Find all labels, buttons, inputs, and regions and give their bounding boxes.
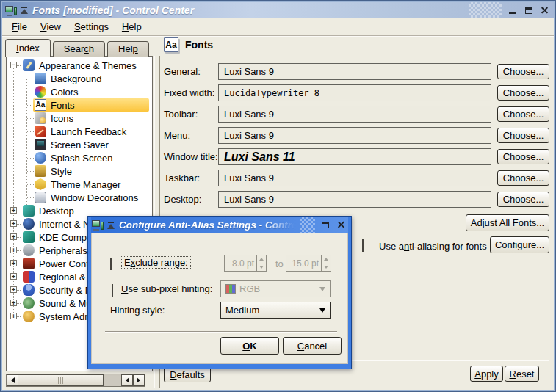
menu-help[interactable]: Help	[115, 19, 148, 35]
scroll-right-button[interactable]	[133, 374, 145, 386]
maximize-button[interactable]	[522, 4, 535, 16]
font-preview-field: Luxi Sans 9	[218, 106, 491, 123]
apply-button[interactable]: Apply	[470, 366, 503, 382]
adjust-all-fonts-button[interactable]: Adjust All Fonts...	[466, 214, 549, 231]
choose-button[interactable]: Choose...	[497, 170, 549, 186]
exclude-range-checkbox[interactable]	[110, 258, 112, 270]
antialias-checkbox[interactable]	[362, 239, 364, 252]
thumb-grip-icon	[58, 377, 64, 384]
font-row-label: General:	[164, 66, 218, 77]
reset-button[interactable]: Reset	[505, 366, 539, 382]
expander-plus-icon[interactable]	[10, 273, 17, 280]
chevron-down-icon	[319, 308, 325, 316]
choose-button[interactable]: Choose...	[497, 128, 549, 143]
app-icon	[5, 5, 17, 16]
expander-plus-icon[interactable]	[10, 207, 17, 214]
font-preview-field: Luxi Sans 11	[218, 148, 491, 165]
font-preview-field: Luxi Sans 9	[218, 127, 491, 144]
module-header: Aa Fonts	[164, 37, 213, 52]
close-button[interactable]	[538, 4, 551, 16]
sidebar-tabs: Index Search Help	[5, 39, 149, 57]
range-to-spinbox[interactable]: 15.0 pt	[286, 255, 331, 272]
titlebar-dither	[469, 2, 502, 18]
scroll-left-button[interactable]	[7, 374, 18, 386]
spinner-arrows-icon[interactable]	[256, 255, 266, 271]
tree-item-colors[interactable]: Colors	[7, 85, 152, 98]
range-from-spinbox[interactable]: 8.0 pt	[224, 255, 267, 272]
font-row-window-title: Window title: Luxi Sans 11 Choose...	[164, 148, 549, 165]
font-row-toolbar: Toolbar: Luxi Sans 9 Choose...	[164, 106, 549, 123]
titlebar[interactable]: Fonts [modified] - Control Center	[2, 2, 554, 18]
hinting-style-label: Hinting style:	[110, 305, 165, 316]
style-icon	[35, 165, 46, 177]
dialog-title: Configure Anti-Alias Settings - Contro	[119, 219, 296, 231]
icons-icon	[35, 112, 46, 124]
tree-item-fonts[interactable]: AaFonts	[7, 98, 152, 112]
close-button[interactable]	[335, 219, 347, 231]
scrollbar-thumb[interactable]	[18, 374, 104, 386]
expander-plus-icon[interactable]	[10, 286, 17, 293]
menu-file[interactable]: File	[5, 19, 34, 35]
internet-icon	[23, 218, 35, 230]
menu-settings[interactable]: Settings	[68, 19, 115, 35]
tree-item-icons[interactable]: Icons	[7, 112, 152, 125]
window-decorations-icon	[35, 192, 46, 203]
font-row-general: General: Luxi Sans 9 Choose...	[164, 63, 549, 80]
power-control-icon	[23, 258, 35, 269]
exclude-range-label[interactable]: Exclude range:	[121, 256, 191, 269]
hinting-style-dropdown[interactable]: Medium	[220, 302, 331, 319]
expander-minus-icon[interactable]	[10, 62, 17, 68]
tree-item-theme-manager[interactable]: Theme Manager	[7, 178, 152, 191]
regional-icon	[23, 271, 35, 283]
tree-item-screen-saver[interactable]: Screen Saver	[7, 138, 152, 151]
expander-plus-icon[interactable]	[10, 260, 17, 266]
ok-button[interactable]: OK	[220, 337, 279, 355]
expander-plus-icon[interactable]	[10, 247, 17, 253]
choose-button[interactable]: Choose...	[497, 64, 549, 79]
choose-button[interactable]: Choose...	[497, 149, 549, 164]
colors-icon	[35, 86, 46, 98]
tab-search[interactable]: Search	[53, 41, 105, 57]
shade-icon[interactable]	[107, 222, 115, 229]
fonts-icon: Aa	[35, 99, 46, 111]
tree-item-style[interactable]: Style	[7, 164, 152, 178]
expander-plus-icon[interactable]	[10, 300, 17, 306]
page-title: Fonts	[185, 39, 213, 51]
spinner-arrows-icon[interactable]	[321, 255, 331, 271]
minimize-button[interactable]	[506, 4, 519, 16]
maximize-button[interactable]	[319, 219, 331, 231]
shade-icon[interactable]	[21, 7, 29, 14]
choose-button[interactable]: Choose...	[497, 106, 549, 122]
choose-button[interactable]: Choose...	[497, 85, 549, 101]
scroll-left-button-secondary[interactable]	[121, 374, 133, 386]
tree-item-splash-screen[interactable]: Splash Screen	[7, 151, 152, 164]
choose-button[interactable]: Choose...	[497, 192, 549, 207]
tree-item-appearance-themes[interactable]: Appearance & Themes	[7, 59, 152, 72]
tree-item-background[interactable]: Background	[7, 72, 152, 85]
tab-help[interactable]: Help	[107, 41, 149, 57]
desktop-icon	[23, 205, 35, 217]
subpixel-checkbox[interactable]	[112, 284, 113, 297]
menu-view[interactable]: View	[34, 19, 68, 35]
cancel-button[interactable]: Cancel	[283, 337, 342, 355]
scrollbar-trough[interactable]	[104, 374, 121, 386]
expander-plus-icon[interactable]	[10, 220, 17, 227]
font-row-label: Desktop:	[164, 194, 218, 205]
expander-plus-icon[interactable]	[10, 313, 17, 319]
configure-button[interactable]: Configure...	[490, 236, 549, 253]
subpixel-dropdown[interactable]: RGB	[220, 280, 331, 297]
splash-screen-icon	[35, 152, 46, 164]
antialias-label: Use anti-aliasing for fonts	[379, 241, 487, 252]
expander-plus-icon[interactable]	[10, 233, 17, 240]
dialog-titlebar[interactable]: Configure Anti-Alias Settings - Contro	[91, 217, 348, 233]
font-settings-list: General: Luxi Sans 9 Choose... Fixed wid…	[164, 63, 549, 212]
peripherals-icon	[23, 244, 35, 256]
tree-item-launch-feedback[interactable]: Launch Feedback	[7, 125, 152, 138]
tab-index[interactable]: Index	[5, 39, 51, 57]
font-row-menu: Menu: Luxi Sans 9 Choose...	[164, 127, 549, 144]
horizontal-scrollbar[interactable]	[6, 374, 145, 387]
tree-item-window-decorations[interactable]: Window Decorations	[7, 191, 152, 204]
font-row-label: Menu:	[164, 130, 218, 141]
theme-manager-icon	[35, 178, 46, 190]
kde-components-icon	[23, 231, 35, 243]
